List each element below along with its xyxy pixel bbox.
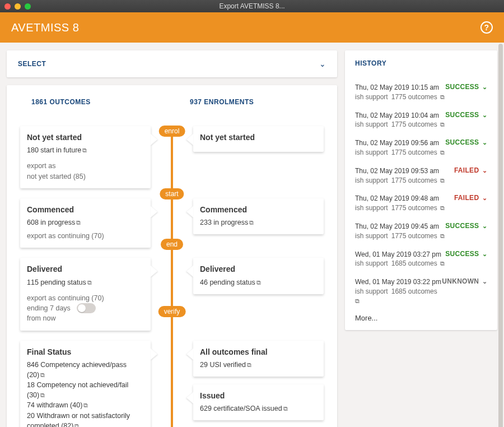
select-heading: SELECT bbox=[18, 60, 46, 68]
chevron-down-icon: ⌄ bbox=[480, 83, 487, 90]
history-meta: ish support1775 outcomes ⧉ bbox=[355, 120, 445, 129]
bubble-title: Issued bbox=[200, 390, 317, 401]
chevron-down-icon: ⌄ bbox=[480, 278, 487, 285]
history-timestamp: Wed, 01 May 2019 03:22 pm bbox=[355, 277, 442, 287]
history-panel: HISTORY Thu, 02 May 2019 10:15 amish sup… bbox=[345, 50, 497, 330]
history-item[interactable]: Wed, 01 May 2019 03:22 pmish support1685… bbox=[355, 273, 487, 310]
enrolment-all-outcomes-final[interactable]: All outcomes final 29 USI verified⧉ bbox=[193, 341, 324, 377]
history-timestamp: Thu, 02 May 2019 09:56 am bbox=[355, 138, 445, 148]
history-meta: ish support1775 outcomes ⧉ bbox=[355, 176, 445, 185]
history-status[interactable]: SUCCESS ⌄ bbox=[445, 83, 487, 91]
close-icon[interactable] bbox=[4, 3, 11, 10]
bubble-title: Delivered bbox=[200, 263, 317, 275]
external-link-icon[interactable]: ⧉ bbox=[438, 121, 445, 128]
external-link-icon[interactable]: ⧉ bbox=[438, 94, 445, 100]
bubble-title: Commenced bbox=[27, 204, 144, 215]
history-status[interactable]: UNKNOWN ⌄ bbox=[442, 277, 487, 285]
external-link-icon[interactable]: ⧉ bbox=[40, 372, 45, 378]
chevron-down-icon: ⌄ bbox=[480, 167, 487, 174]
enrolments-heading: 937 ENROLMENTS bbox=[190, 98, 254, 106]
window-title: Export AVETMISS 8... bbox=[0, 2, 504, 10]
external-link-icon[interactable]: ⧉ bbox=[438, 205, 445, 211]
external-link-icon[interactable]: ⧉ bbox=[256, 279, 261, 286]
history-meta: ish support1775 outcomes ⧉ bbox=[355, 231, 445, 241]
timeline-panel: 1861 OUTCOMES 937 ENROLMENTS enrol start… bbox=[7, 85, 337, 427]
chevron-down-icon: ⌄ bbox=[319, 59, 326, 68]
history-status[interactable]: SUCCESS ⌄ bbox=[445, 250, 487, 258]
external-link-icon[interactable]: ⧉ bbox=[438, 177, 445, 184]
history-item[interactable]: Thu, 02 May 2019 09:53 amish support1775… bbox=[355, 162, 487, 190]
external-link-icon[interactable]: ⧉ bbox=[74, 423, 79, 427]
external-link-icon[interactable]: ⧉ bbox=[249, 219, 254, 226]
external-link-icon[interactable]: ⧉ bbox=[438, 149, 445, 156]
history-item[interactable]: Thu, 02 May 2019 10:04 amish support1775… bbox=[355, 106, 487, 134]
outcome-final-status[interactable]: Final Status 846 Competency achieved/pas… bbox=[20, 341, 151, 427]
chevron-down-icon: ⌄ bbox=[480, 112, 487, 118]
history-status[interactable]: FAILED ⌄ bbox=[454, 166, 487, 174]
chevron-down-icon: ⌄ bbox=[480, 139, 487, 146]
history-meta: ish support1685 outcomes ⧉ bbox=[355, 287, 442, 306]
zoom-icon[interactable] bbox=[25, 3, 31, 10]
history-timestamp: Thu, 02 May 2019 09:45 am bbox=[355, 222, 445, 231]
bubble-title: All outcomes final bbox=[200, 346, 317, 358]
history-meta: ish support1775 outcomes ⧉ bbox=[355, 92, 445, 102]
external-link-icon[interactable]: ⧉ bbox=[438, 233, 445, 239]
chevron-down-icon: ⌄ bbox=[480, 194, 487, 201]
history-timestamp: Wed, 01 May 2019 03:27 pm bbox=[355, 250, 445, 259]
external-link-icon[interactable]: ⧉ bbox=[247, 361, 251, 368]
history-timestamp: Thu, 02 May 2019 09:48 am bbox=[355, 194, 445, 203]
select-panel-toggle[interactable]: SELECT ⌄ bbox=[7, 50, 337, 77]
window-titlebar: Export AVETMISS 8... bbox=[0, 0, 504, 12]
bubble-title: Not yet started bbox=[200, 132, 317, 143]
external-link-icon[interactable]: ⧉ bbox=[438, 260, 445, 267]
outcomes-heading: 1861 OUTCOMES bbox=[31, 98, 91, 106]
outcome-not-yet-started[interactable]: Not yet started 180 start in future⧉ exp… bbox=[20, 126, 151, 188]
chevron-down-icon: ⌄ bbox=[480, 250, 487, 257]
outcome-commenced[interactable]: Commenced 608 in progress⧉ export as con… bbox=[20, 198, 151, 248]
history-item[interactable]: Thu, 02 May 2019 10:15 amish support1775… bbox=[355, 78, 487, 106]
external-link-icon[interactable]: ⧉ bbox=[40, 392, 45, 398]
history-status[interactable]: SUCCESS ⌄ bbox=[445, 222, 487, 230]
chevron-down-icon: ⌄ bbox=[480, 222, 487, 229]
minimize-icon[interactable] bbox=[15, 3, 21, 10]
history-meta: ish support1685 outcomes ⧉ bbox=[355, 259, 445, 268]
history-meta: ish support1775 outcomes ⧉ bbox=[355, 148, 445, 157]
external-link-icon[interactable]: ⧉ bbox=[83, 402, 88, 409]
bubble-title: Final Status bbox=[27, 346, 144, 358]
vertical-scrollbar[interactable] bbox=[498, 44, 503, 427]
external-link-icon[interactable]: ⧉ bbox=[283, 405, 288, 412]
enrolment-delivered[interactable]: Delivered 46 pending status⧉ bbox=[193, 258, 324, 294]
help-icon[interactable]: ? bbox=[480, 21, 493, 34]
bubble-title: Commenced bbox=[200, 204, 317, 215]
outcome-delivered[interactable]: Delivered 115 pending status⧉ export as … bbox=[20, 258, 151, 330]
history-heading: HISTORY bbox=[355, 59, 487, 67]
page-title: AVETMISS 8 bbox=[11, 21, 79, 34]
history-status[interactable]: SUCCESS ⌄ bbox=[445, 138, 487, 146]
history-status[interactable]: SUCCESS ⌄ bbox=[445, 111, 487, 119]
external-link-icon[interactable]: ⧉ bbox=[355, 298, 360, 304]
external-link-icon[interactable]: ⧉ bbox=[87, 279, 92, 286]
bubble-title: Not yet started bbox=[27, 132, 144, 143]
history-item[interactable]: Thu, 02 May 2019 09:56 amish support1775… bbox=[355, 134, 487, 162]
history-item[interactable]: Wed, 01 May 2019 03:27 pmish support1685… bbox=[355, 245, 487, 273]
external-link-icon[interactable]: ⧉ bbox=[82, 147, 87, 154]
history-status[interactable]: FAILED ⌄ bbox=[454, 194, 487, 202]
history-timestamp: Thu, 02 May 2019 10:04 am bbox=[355, 111, 445, 120]
ending-days-toggle[interactable] bbox=[77, 303, 96, 313]
external-link-icon[interactable]: ⧉ bbox=[76, 219, 81, 226]
enrolment-issued[interactable]: Issued 629 certificate/SOA issued⧉ bbox=[193, 384, 324, 420]
history-meta: ish support1775 outcomes ⧉ bbox=[355, 203, 445, 213]
history-timestamp: Thu, 02 May 2019 09:53 am bbox=[355, 166, 445, 176]
enrolment-commenced[interactable]: Commenced 233 in progress⧉ bbox=[193, 198, 324, 234]
history-timestamp: Thu, 02 May 2019 10:15 am bbox=[355, 83, 445, 92]
history-item[interactable]: Thu, 02 May 2019 09:45 amish support1775… bbox=[355, 217, 487, 245]
page-header: AVETMISS 8 ? bbox=[0, 12, 504, 43]
bubble-title: Delivered bbox=[27, 263, 144, 275]
enrolment-not-yet-started[interactable]: Not yet started bbox=[193, 126, 324, 152]
history-item[interactable]: Thu, 02 May 2019 09:48 amish support1775… bbox=[355, 189, 487, 217]
history-more[interactable]: More... bbox=[355, 314, 487, 322]
